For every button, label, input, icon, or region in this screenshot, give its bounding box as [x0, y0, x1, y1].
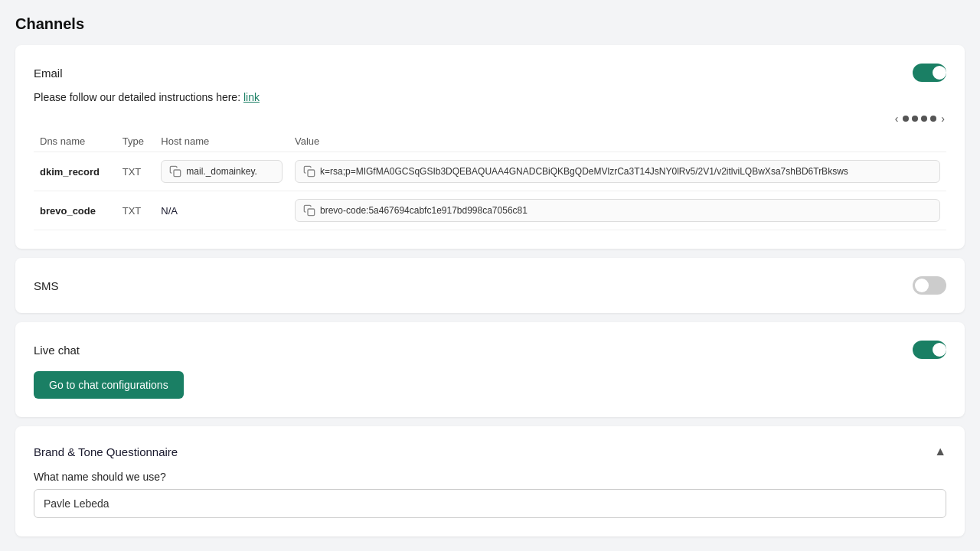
- email-instructions: Please follow our detailed instructions …: [34, 91, 946, 103]
- host-copy-text: mail._domainkey.: [186, 166, 256, 177]
- col-host-name: Host name: [155, 131, 289, 152]
- dot-4: [930, 116, 936, 122]
- live-chat-toggle[interactable]: [913, 341, 946, 359]
- live-chat-card-header: Live chat: [34, 341, 946, 359]
- dns-type-cell: TXT: [116, 191, 155, 230]
- host-copy-field[interactable]: mail._domainkey.: [161, 160, 283, 183]
- email-card-header: Email: [34, 64, 946, 82]
- live-chat-card: Live chat Go to chat configurations: [15, 322, 965, 417]
- dns-table: Dns name Type Host name Value dkim_recor…: [34, 131, 946, 230]
- pagination-prev[interactable]: ‹: [893, 112, 900, 125]
- value-copy-field[interactable]: k=rsa;p=MIGfMA0GCSqGSIb3DQEBAQUAA4GNADCB…: [295, 160, 940, 183]
- value-copy-text: k=rsa;p=MIGfMA0GCSqGSIb3DQEBAQUAA4GNADCB…: [320, 166, 848, 177]
- col-dns-name: Dns name: [34, 131, 116, 152]
- dns-value-cell: brevo-code:5a467694cabfc1e917bd998ca7056…: [289, 191, 946, 230]
- questionnaire-header: Brand & Tone Questionnaire ▲: [34, 445, 946, 458]
- dot-2: [912, 116, 918, 122]
- value-copy-text: brevo-code:5a467694cabfc1e917bd998ca7056…: [320, 205, 528, 216]
- dns-host-cell: N/A: [155, 191, 289, 230]
- pagination-dots: ‹ ›: [34, 112, 946, 125]
- email-card-title: Email: [34, 67, 63, 80]
- sms-card-header: SMS: [34, 276, 946, 295]
- brand-tone-card: Brand & Tone Questionnaire ▲ What name s…: [15, 426, 965, 536]
- dns-value-cell: k=rsa;p=MIGfMA0GCSqGSIb3DQEBAQUAA4GNADCB…: [289, 152, 946, 191]
- dot-1: [903, 116, 909, 122]
- name-input[interactable]: [34, 489, 946, 518]
- table-row: brevo_codeTXTN/A brevo-code:5a467694cabf…: [34, 191, 946, 230]
- sms-card: SMS: [15, 258, 965, 313]
- page-title: Channels: [15, 15, 965, 33]
- email-toggle[interactable]: [913, 64, 946, 82]
- pagination-next[interactable]: ›: [939, 112, 946, 125]
- svg-rect-0: [174, 170, 181, 177]
- value-copy-field[interactable]: brevo-code:5a467694cabfc1e917bd998ca7056…: [295, 199, 940, 222]
- col-type: Type: [116, 131, 155, 152]
- dns-name-cell: dkim_record: [34, 152, 116, 191]
- dns-type-cell: TXT: [116, 152, 155, 191]
- svg-rect-1: [308, 170, 315, 177]
- sms-toggle[interactable]: [913, 276, 946, 295]
- sms-card-title: SMS: [34, 279, 59, 292]
- dot-3: [921, 116, 927, 122]
- col-value: Value: [289, 131, 946, 152]
- question-label: What name should we use?: [34, 471, 946, 483]
- email-card: Email Please follow our detailed instruc…: [15, 45, 965, 249]
- go-to-chat-configurations-button[interactable]: Go to chat configurations: [34, 371, 184, 399]
- questionnaire-title: Brand & Tone Questionnaire: [34, 445, 178, 458]
- dns-host-cell: mail._domainkey.: [155, 152, 289, 191]
- live-chat-card-title: Live chat: [34, 344, 80, 357]
- svg-rect-2: [308, 209, 315, 216]
- table-row: dkim_recordTXT mail._domainkey. k=rsa;p=…: [34, 152, 946, 191]
- dns-name-cell: brevo_code: [34, 191, 116, 230]
- instructions-link[interactable]: link: [243, 91, 260, 103]
- chevron-up-icon[interactable]: ▲: [934, 445, 946, 458]
